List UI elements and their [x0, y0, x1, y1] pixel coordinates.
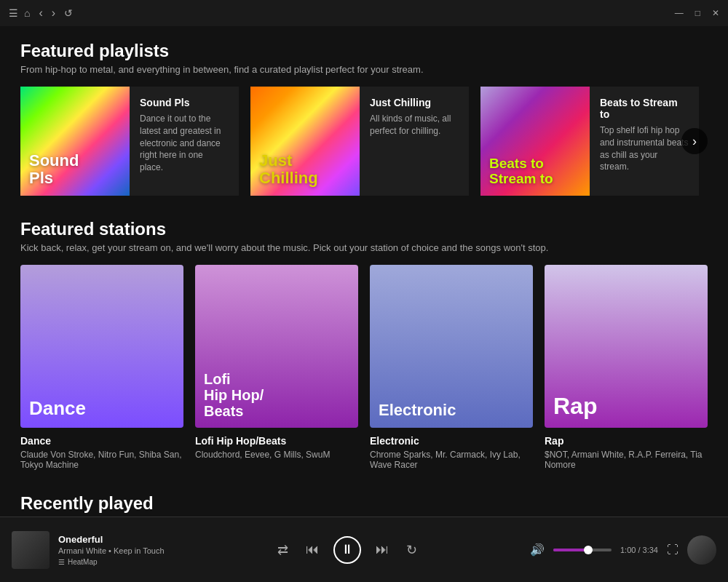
playlist-desc-beats-to-stream: Top shelf lofi hip hop and instrumental …	[600, 124, 689, 173]
playlist-title-beats-to-stream: Beats to Stream to	[600, 97, 689, 120]
maximize-button[interactable]: □	[695, 8, 700, 18]
stations-grid: Dance Dance Claude Von Stroke, Nitro Fun…	[20, 265, 708, 470]
playlist-desc-just-chilling: All kinds of music, all perfect for chil…	[370, 113, 459, 137]
station-artists-dance: Claude Von Stroke, Nitro Fun, Shiba San,…	[20, 450, 183, 470]
playlist-info-just-chilling: Just Chilling All kinds of music, all pe…	[360, 87, 469, 196]
station-card-rap[interactable]: Rap Rap $NOT, Armani White, R.A.P. Ferre…	[545, 265, 708, 470]
volume-bar	[553, 549, 612, 551]
time-current: 1:00	[620, 546, 636, 554]
playlist-card-just-chilling[interactable]: JustChilling Just Chilling All kinds of …	[250, 87, 469, 196]
playlist-icon: ☰	[58, 558, 65, 566]
station-name-electronic: Electronic	[370, 435, 533, 447]
forward-icon[interactable]: ›	[49, 5, 58, 21]
playlist-name: HeatMap	[68, 558, 98, 566]
user-avatar[interactable]	[687, 535, 716, 565]
station-artists-electronic: Chrome Sparks, Mr. Carmack, Ivy Lab, Wav…	[370, 450, 533, 470]
screen-button[interactable]: ⛶	[667, 543, 678, 557]
station-label-rap: Rap	[553, 394, 597, 419]
station-label-electronic: Electronic	[379, 402, 456, 419]
station-label-dance: Dance	[29, 398, 86, 419]
time-display: 1:00 / 3:34	[620, 546, 658, 554]
playlist-thumb-label-just-chilling: JustChilling	[259, 152, 318, 187]
featured-playlists-subtitle: From hip-hop to metal, and everything in…	[20, 64, 708, 75]
featured-stations-title: Featured stations	[20, 219, 708, 239]
next-button[interactable]: ⏭	[373, 539, 392, 560]
volume-knob	[584, 546, 593, 554]
featured-stations-subtitle: Kick back, relax, get your stream on, an…	[20, 242, 708, 253]
playlist-thumb-label-sound-pls: SoundPls	[29, 152, 79, 187]
player-controls: ⇄ ⏮ ⏸ ⏭ ↻	[176, 536, 518, 564]
close-button[interactable]: ✕	[712, 8, 719, 18]
player-right: 🔊 1:00 / 3:34 ⛶	[530, 535, 716, 565]
playlist-title-just-chilling: Just Chilling	[370, 97, 459, 108]
player-track-info: Onederful Armani White • Keep in Touch ☰…	[12, 531, 165, 569]
station-name-rap: Rap	[545, 435, 708, 447]
player-meta: Onederful Armani White • Keep in Touch ☰…	[58, 534, 165, 566]
player-avatar-image	[12, 531, 50, 569]
main-content: Featured playlists From hip-hop to metal…	[0, 26, 728, 517]
playlist-thumbnail-just-chilling: JustChilling	[250, 87, 360, 196]
station-artists-rap: $NOT, Armani White, R.A.P. Ferreira, Tia…	[545, 450, 708, 470]
playlist-card-beats-to-stream[interactable]: Beats toStream to Beats to Stream to Top…	[480, 87, 699, 196]
volume-button[interactable]: 🔊	[530, 543, 545, 557]
recently-played-title: Recently played	[20, 493, 708, 514]
titlebar-controls: — □ ✕	[675, 8, 719, 18]
station-label-lofi: LofiHip Hop/Beats	[204, 371, 264, 419]
recently-played-section: Recently played Your listening history f…	[20, 493, 708, 517]
playlist-thumb-label-beats-to-stream: Beats toStream to	[489, 156, 553, 187]
station-card-dance[interactable]: Dance Dance Claude Von Stroke, Nitro Fun…	[20, 265, 183, 470]
refresh-icon[interactable]: ↺	[64, 7, 73, 19]
playlist-thumbnail-sound-pls: SoundPls	[20, 87, 130, 196]
titlebar: ☰ ⌂ ‹ › ↺ — □ ✕	[0, 0, 728, 26]
playlist-info-sound-pls: Sound Pls Dance it out to the latest and…	[130, 87, 239, 196]
station-thumbnail-rap: Rap	[545, 265, 708, 428]
player-buttons: ⇄ ⏮ ⏸ ⏭ ↻	[274, 536, 420, 564]
playlist-thumbnail-beats-to-stream: Beats toStream to	[480, 87, 590, 196]
volume-fill	[553, 549, 588, 551]
player-track-title: Onederful	[58, 534, 165, 545]
back-icon[interactable]: ‹	[36, 5, 45, 21]
menu-icon[interactable]: ☰	[9, 7, 18, 19]
featured-playlists-section: Featured playlists From hip-hop to metal…	[20, 41, 708, 196]
playlist-desc-sound-pls: Dance it out to the latest and greatest …	[140, 113, 229, 174]
titlebar-nav: ‹ ›	[36, 5, 58, 21]
titlebar-left: ☰ ⌂ ‹ › ↺	[9, 5, 73, 21]
station-thumbnail-dance: Dance	[20, 265, 183, 428]
station-card-lofi[interactable]: LofiHip Hop/Beats Lofi Hip Hop/Beats Clo…	[195, 265, 358, 470]
station-thumbnail-lofi: LofiHip Hop/Beats	[195, 265, 358, 428]
prev-button[interactable]: ⏮	[303, 539, 322, 560]
featured-stations-section: Featured stations Kick back, relax, get …	[20, 219, 708, 470]
featured-playlists-title: Featured playlists	[20, 41, 708, 61]
station-thumbnail-electronic: Electronic	[370, 265, 533, 428]
player-bar: Onederful Armani White • Keep in Touch ☰…	[0, 517, 728, 582]
pause-button[interactable]: ⏸	[333, 536, 361, 564]
playlists-scroll-container: SoundPls Sound Pls Dance it out to the l…	[20, 87, 708, 196]
volume-slider-container[interactable]	[553, 549, 612, 551]
playlist-title-sound-pls: Sound Pls	[140, 97, 229, 108]
station-name-dance: Dance	[20, 435, 183, 447]
station-name-lofi: Lofi Hip Hop/Beats	[195, 435, 358, 447]
loop-button[interactable]: ↻	[403, 539, 420, 561]
player-track-artist: Armani White • Keep in Touch	[58, 546, 165, 555]
station-artists-lofi: Cloudchord, Eevee, G Mills, SwuM	[195, 450, 358, 460]
shuffle-button[interactable]: ⇄	[274, 539, 291, 561]
player-avatar	[12, 531, 50, 569]
minimize-button[interactable]: —	[675, 8, 684, 18]
playlist-scroll-right-button[interactable]: ›	[681, 128, 708, 154]
station-card-electronic[interactable]: Electronic Electronic Chrome Sparks, Mr.…	[370, 265, 533, 470]
time-total: 3:34	[643, 546, 658, 554]
player-track-playlist[interactable]: ☰ HeatMap	[58, 558, 165, 566]
playlist-card-sound-pls[interactable]: SoundPls Sound Pls Dance it out to the l…	[20, 87, 239, 196]
playlists-row: SoundPls Sound Pls Dance it out to the l…	[20, 87, 708, 196]
home-icon[interactable]: ⌂	[24, 7, 30, 19]
